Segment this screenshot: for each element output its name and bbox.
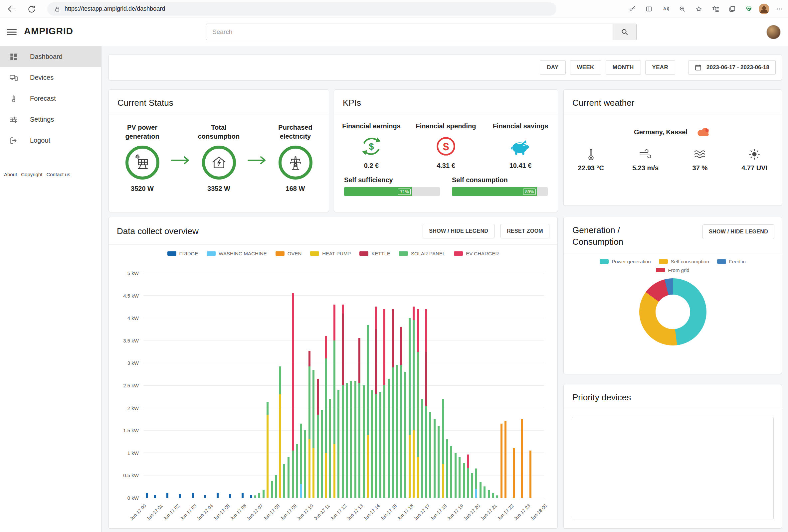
cloud-icon [695,127,711,137]
progress-fill: 89% [452,187,537,196]
legend-item[interactable]: Feed in [717,259,746,264]
y-axis-label: 0.5 kW [123,472,139,478]
favorites-hub-icon[interactable] [709,2,722,16]
legend-item[interactable]: SOLAR PANEL [399,251,445,257]
chart-bar [379,392,381,498]
chart-bar [283,464,285,498]
menu-icon[interactable] [7,27,17,36]
chart-bar [417,457,419,498]
uv-index-icon [747,147,762,162]
read-aloud-icon[interactable]: A [659,2,672,16]
copyright-link[interactable]: Copyright [21,171,42,177]
settings-more-icon[interactable] [773,2,786,16]
main-content: DAY WEEK MONTH YEAR 2023-06-17 - 2023-06… [101,46,788,532]
donut-chart[interactable] [639,278,707,346]
kpi-label: Financial spending [409,122,483,130]
user-avatar[interactable] [766,25,781,39]
forecast-icon [9,95,18,103]
sidebar-item-settings[interactable]: Settings [0,109,101,130]
status-ring [202,146,236,180]
legend-item[interactable]: FRIDGE [168,251,198,257]
chart-bar [425,406,427,498]
legend-item[interactable]: Self consumption [659,259,709,264]
sidebar: Dashboard Devices Forecast Settings Logo… [0,46,101,532]
chart-bar [458,457,460,498]
y-axis-label: 2 kW [127,405,139,411]
svg-text:$: $ [443,141,449,152]
legend-item[interactable]: WASHING MACHINE [206,251,267,257]
chart-bar [296,444,298,498]
gridline [143,408,544,408]
settings-icon [9,115,18,124]
browser-essentials-icon[interactable] [742,2,755,16]
zoom-out-icon[interactable] [675,2,689,16]
search-input[interactable] [206,24,613,40]
card-title: Current weather [572,98,773,108]
month-button[interactable]: MONTH [606,60,641,75]
password-key-icon[interactable] [626,2,639,16]
sidebar-item-forecast[interactable]: Forecast [0,88,101,109]
sidebar-item-devices[interactable]: Devices [0,67,101,88]
chart-bar [304,430,306,498]
chart-bar [309,366,311,439]
legend-item[interactable]: HEAT PUMP [310,251,351,257]
card-title: Data collect overview [117,226,417,237]
back-icon[interactable] [4,2,19,16]
chart-bar [146,493,148,498]
legend-item[interactable]: Power generation [600,259,651,264]
current-status-card: Current Status PV power generation 3520 … [109,89,329,212]
chart-bar [358,338,360,383]
chart-bar [325,359,327,453]
collections-icon[interactable] [725,2,739,16]
legend-item[interactable]: From grid [656,267,689,273]
chart-bar [434,419,436,498]
progress-track: 71% [344,187,440,196]
chart-bar [358,383,360,498]
search-button[interactable] [613,24,636,40]
gridline [143,295,544,295]
legend-item[interactable]: EV CHARGER [454,251,499,257]
day-button[interactable]: DAY [540,60,565,75]
split-screen-icon[interactable] [642,2,655,16]
stacked-bar-chart[interactable] [143,273,544,498]
chart-bar [250,495,252,498]
reset-zoom-button[interactable]: RESET ZOOM [500,224,549,239]
chart-bar [442,464,444,498]
legend-label: From grid [668,267,689,273]
legend-swatch [600,259,609,264]
chart-bar [321,410,323,498]
chart-bar [388,379,390,498]
week-button[interactable]: WEEK [570,60,601,75]
progress-label: Self sufficiency [344,176,440,184]
legend-item[interactable]: KETTLE [359,251,390,257]
progress-fill: 71% [344,187,412,196]
contact-link[interactable]: Contact us [46,171,70,177]
chart-bar [392,309,394,367]
show-hide-legend-button[interactable]: SHOW / HIDE LEGEND [703,224,774,239]
browser-profile-avatar[interactable] [759,4,769,14]
chart-bar [292,293,294,451]
pv-generation-status: PV power generation 3520 W [115,123,170,192]
sidebar-item-logout[interactable]: Logout [0,130,101,151]
chart-bar [417,309,419,351]
legend-label: EV CHARGER [466,251,499,257]
show-hide-legend-button[interactable]: SHOW / HIDE LEGEND [422,224,494,239]
legend-item[interactable]: OVEN [276,251,302,257]
chart-bar [254,495,256,498]
status-value: 3520 W [115,185,170,192]
kpi-value: 10.41 € [483,162,558,169]
legend-swatch [310,251,319,256]
year-button[interactable]: YEAR [645,60,675,75]
date-range-picker[interactable]: 2023-06-17 - 2023-06-18 [688,60,776,75]
legend-swatch [717,259,726,264]
sidebar-item-dashboard[interactable]: Dashboard [0,46,101,67]
chart-bar [217,493,219,498]
chart-bar [463,463,465,498]
favorites-star-icon[interactable] [692,2,706,16]
gridline [143,385,544,386]
about-link[interactable]: About [4,171,17,177]
refresh-icon[interactable] [24,2,39,16]
browser-window: https://testapp.ampigrid.de/dashboard A [0,0,788,532]
chart-bar [258,493,260,498]
address-bar[interactable]: https://testapp.ampigrid.de/dashboard [47,2,556,16]
